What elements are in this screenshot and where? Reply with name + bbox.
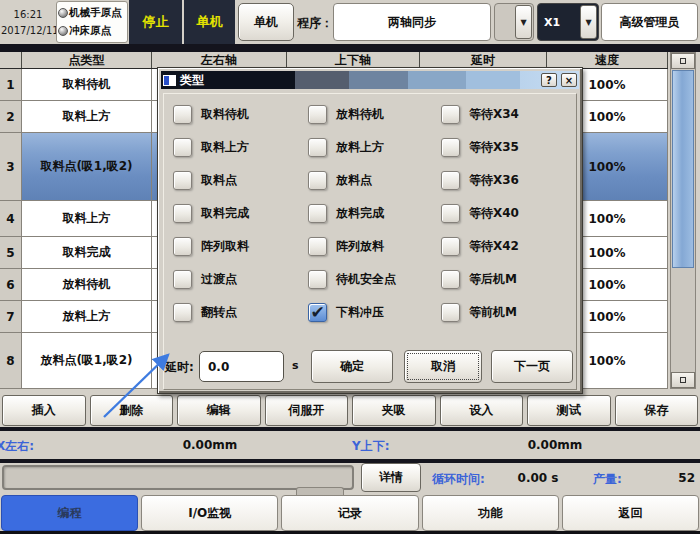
- checkbox-option: 等待X35: [441, 137, 519, 157]
- checkbox-unchecked[interactable]: [173, 204, 192, 223]
- point-type-cell[interactable]: 放料点(吸1,吸2): [22, 333, 152, 389]
- axis-select[interactable]: X1 ▼: [537, 3, 599, 41]
- delay-unit: s: [292, 359, 299, 372]
- checkbox-unchecked[interactable]: [441, 138, 460, 157]
- point-type-cell[interactable]: 放料待机: [22, 269, 152, 301]
- table-corner-cell: [0, 52, 22, 68]
- y-axis-value: 0.00mm: [515, 438, 595, 452]
- checkbox-unchecked[interactable]: [173, 138, 192, 157]
- servo-on-button[interactable]: 伺服开: [265, 395, 349, 426]
- checkbox-unchecked[interactable]: [173, 303, 192, 322]
- tab-record[interactable]: 记录: [281, 495, 418, 531]
- checkbox-label: 阵列放料: [336, 238, 384, 255]
- edit-button[interactable]: 编辑: [177, 395, 261, 426]
- checkbox-label: 下料冲压: [336, 304, 384, 321]
- point-type-cell[interactable]: 取料上方: [22, 101, 152, 133]
- checkbox-option: 待机安全点: [308, 269, 396, 289]
- checkbox-option: 等待X34: [441, 104, 519, 124]
- checkbox-unchecked[interactable]: [308, 204, 327, 223]
- type-dialog: 类型 ? × 取料待机取料上方取料点取料完成阵列取料过渡点翻转点放料待机放料上方…: [157, 67, 583, 394]
- checkbox-unchecked[interactable]: [308, 171, 327, 190]
- checkbox-unchecked[interactable]: [441, 270, 460, 289]
- checkbox-checked[interactable]: ✔: [308, 303, 327, 322]
- scroll-square-icon: [680, 377, 686, 383]
- checkbox-option: 等前机M: [441, 302, 517, 322]
- row-number[interactable]: 3: [0, 133, 22, 201]
- tab-function[interactable]: 功能: [422, 495, 559, 531]
- checkbox-unchecked[interactable]: [308, 270, 327, 289]
- checkbox-unchecked[interactable]: [173, 105, 192, 124]
- checkbox-unchecked[interactable]: [441, 204, 460, 223]
- table-scrollbar[interactable]: [670, 52, 696, 389]
- row-number[interactable]: 7: [0, 301, 22, 333]
- chevron-down-icon[interactable]: ▼: [580, 5, 597, 39]
- row-number[interactable]: 6: [0, 269, 22, 301]
- details-button[interactable]: 详情: [361, 463, 421, 492]
- program-select[interactable]: 两轴同步: [333, 3, 491, 41]
- insert-button[interactable]: 插入: [2, 395, 86, 426]
- checkbox-label: 放料点: [336, 172, 372, 189]
- next-page-button[interactable]: 下一页: [491, 350, 573, 383]
- point-type-cell[interactable]: 取料点(吸1,吸2): [22, 133, 152, 201]
- radio-label: 机械手原点: [69, 6, 122, 20]
- point-type-cell[interactable]: 取料上方: [22, 201, 152, 237]
- checkbox-unchecked[interactable]: [308, 138, 327, 157]
- single-machine-button[interactable]: 单机: [238, 3, 294, 41]
- checkbox-unchecked[interactable]: [441, 237, 460, 256]
- row-number[interactable]: 2: [0, 101, 22, 133]
- dialog-title: 类型: [180, 72, 204, 89]
- row-number[interactable]: 5: [0, 237, 22, 269]
- point-type-cell[interactable]: 取料待机: [22, 69, 152, 101]
- checkbox-unchecked[interactable]: [308, 237, 327, 256]
- checkbox-option: 等待X42: [441, 236, 519, 256]
- checkbox-label: 取料上方: [201, 139, 249, 156]
- column-header[interactable]: 速度: [547, 52, 668, 68]
- user-role-badge: 高级管理员: [601, 3, 698, 41]
- row-number[interactable]: 8: [0, 333, 22, 389]
- y-axis-label: Y上下:: [352, 438, 390, 455]
- checkbox-unchecked[interactable]: [441, 171, 460, 190]
- checkbox-unchecked[interactable]: [173, 237, 192, 256]
- program-dropdown[interactable]: ▼: [494, 3, 534, 41]
- delete-button[interactable]: 删除: [90, 395, 174, 426]
- clamp-suction-button[interactable]: 夹吸: [352, 395, 436, 426]
- cancel-button[interactable]: 取消: [404, 350, 482, 383]
- tab-return[interactable]: 返回: [562, 495, 699, 531]
- dialog-help-button[interactable]: ?: [541, 73, 557, 87]
- tab-io-monitor[interactable]: I/O监视: [141, 495, 278, 531]
- checkbox-option: 放料点: [308, 170, 372, 190]
- confirm-button[interactable]: 确定: [311, 350, 393, 383]
- tab-programming[interactable]: 编程: [1, 495, 138, 531]
- chevron-down-icon[interactable]: ▼: [515, 5, 532, 39]
- dialog-title-bar[interactable]: 类型 ? ×: [161, 71, 579, 89]
- point-type-cell[interactable]: 放料上方: [22, 301, 152, 333]
- checkbox-unchecked[interactable]: [173, 171, 192, 190]
- column-header[interactable]: 延时: [420, 52, 547, 68]
- row-number[interactable]: 1: [0, 69, 22, 101]
- checkbox-option: 阵列放料: [308, 236, 384, 256]
- radio-press-origin[interactable]: 冲床原点: [58, 24, 126, 38]
- delay-input[interactable]: [199, 351, 284, 382]
- radio-manipulator-origin[interactable]: 机械手原点: [58, 6, 126, 20]
- scrollbar-thumb[interactable]: [672, 70, 694, 268]
- axis-status-bar: X左右: 0.00mm Y上下: 0.00mm: [0, 431, 700, 459]
- column-header[interactable]: 点类型: [22, 52, 152, 68]
- checkbox-unchecked[interactable]: [441, 303, 460, 322]
- radio-icon: [58, 8, 68, 18]
- scroll-up-button[interactable]: [671, 53, 695, 69]
- row-number[interactable]: 4: [0, 201, 22, 237]
- save-button[interactable]: 保存: [615, 395, 699, 426]
- checkbox-unchecked[interactable]: [308, 105, 327, 124]
- single-mode-indicator[interactable]: 单机: [184, 0, 235, 44]
- dialog-close-button[interactable]: ×: [561, 73, 577, 87]
- checkbox-label: 等待X34: [469, 106, 519, 123]
- test-button[interactable]: 测试: [527, 395, 611, 426]
- column-header[interactable]: 左右轴: [152, 52, 287, 68]
- point-type-cell[interactable]: 取料完成: [22, 237, 152, 269]
- set-in-button[interactable]: 设入: [440, 395, 524, 426]
- stop-status-indicator[interactable]: 停止: [129, 0, 182, 44]
- scroll-down-button[interactable]: [671, 372, 695, 388]
- checkbox-unchecked[interactable]: [441, 105, 460, 124]
- column-header[interactable]: 上下轴: [287, 52, 420, 68]
- checkbox-unchecked[interactable]: [173, 270, 192, 289]
